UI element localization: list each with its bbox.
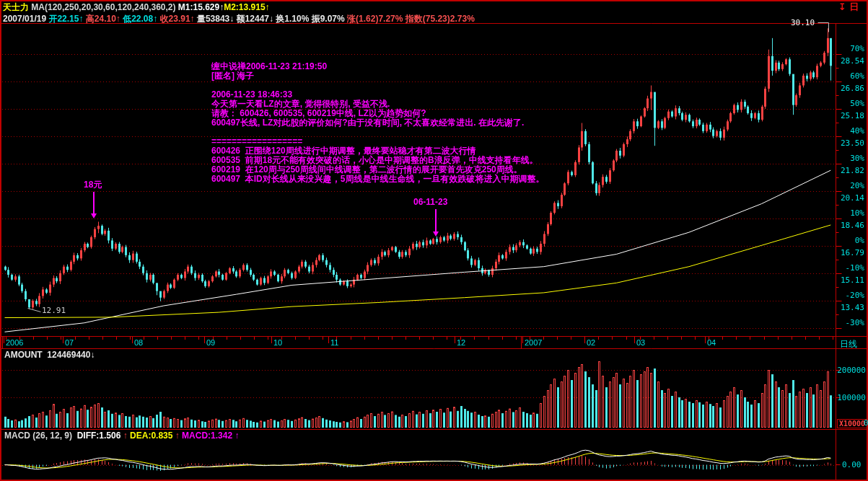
price-axis-pct-label: -30% [837, 318, 864, 327]
price-axis-price-label: 13.43 [836, 303, 864, 312]
price-axis-price-label: 15.11 [836, 275, 864, 285]
time-axis-month-label: 2007 [525, 338, 542, 347]
title-segment: M2:13.915 [224, 2, 265, 12]
stock-chart-window: { "window": { "title_segments": [ {"t": … [0, 0, 868, 481]
price-axis-price-label: 23.50 [836, 138, 864, 148]
price-axis-pct-label: 60% [837, 71, 864, 81]
callout-label: 18元 [84, 180, 102, 190]
time-axis-month-label: 12 [457, 338, 465, 347]
comment-line: 600497长线, LZ对此股的评价如何?由于没有时间, 不太喜欢经常进出. 在… [211, 118, 544, 128]
price-axis-price-label: 28.54 [836, 56, 864, 66]
volume-zero-label: 0 [864, 418, 868, 428]
period-label[interactable]: 日线 [840, 338, 857, 350]
price-axis-pct-label: 10% [837, 208, 864, 218]
price-axis-price-label: 16.79 [836, 248, 864, 257]
time-axis-month-label: 03 [636, 338, 645, 347]
quote-segment: 收23.91↑ [160, 14, 197, 24]
price-axis-pct-label: 30% [837, 154, 864, 163]
quote-segment: 2007/01/19 [3, 14, 48, 24]
quote-segment: 低22.08↑ [123, 14, 159, 24]
callout-label: 06-11-23 [413, 198, 447, 207]
scroll-down-icon[interactable]: ↧ [838, 1, 846, 12]
time-axis-month-label: 2006 [6, 338, 23, 347]
volume-axis-label: 100000 [836, 393, 866, 402]
quote-segment: 换1.10% [276, 14, 311, 24]
time-axis-month-label: 10 [273, 338, 282, 347]
price-axis-pct-label: -10% [837, 263, 864, 273]
time-axis-month-label: 11 [330, 338, 338, 347]
volume-header: AMOUNT 124469440↓ [4, 350, 95, 360]
time-axis-month-label: 02 [587, 338, 595, 347]
time-axis-month-label: 04 [707, 338, 716, 347]
macd-segment: MACD:1.342 [182, 431, 232, 441]
price-axis-price-label: 20.14 [836, 193, 864, 203]
title-segment: 天士力 [3, 2, 29, 12]
volume-down-arrow: ↓ [90, 350, 95, 360]
title-segment: MA(120,250,20,30,60,120,240,360,2) [29, 2, 178, 12]
comment-line: 缠中说禅2006-11-23 21:19:50 [211, 62, 544, 71]
time-axis-month-label: 07 [65, 338, 74, 347]
quote-segment: 指数(75.23)2.73% [405, 14, 475, 24]
price-axis-pct-label: 50% [837, 99, 864, 108]
quote-segment: 涨(1.62)7.27% [347, 14, 405, 24]
quote-segment: 额12447↓ [237, 14, 276, 24]
price-axis-pct-label: 40% [837, 126, 864, 136]
time-axis-month-label: 08 [134, 338, 143, 347]
macd-segment: DIFF:1.506 [77, 431, 121, 441]
macd-segment: DEA:0.835 [130, 431, 172, 441]
corner-toolbar: ↧ 日 [838, 0, 859, 14]
comment-line: 600497 本ID对长线从来没兴趣，5周线是中线生命线，一旦有效跌破将进入中期… [211, 175, 544, 184]
comment-line: [匿名] 海子 [211, 71, 544, 81]
quote-segment: 量53843↓ [197, 14, 237, 24]
macd-zero-label: 0.00 [842, 460, 862, 469]
price-axis-pct-label: -20% [837, 291, 864, 300]
calendar-day-icon[interactable]: 日 [849, 1, 859, 12]
volume-axis-label: 200000 [836, 366, 866, 375]
volume-header-value: 124469440 [47, 350, 90, 360]
macd-segment: ↑ [232, 431, 239, 441]
volume-unit-label: X10000 [837, 419, 867, 428]
volume-header-label: AMOUNT [4, 350, 43, 360]
forum-comment-annotation: 缠中说禅2006-11-23 21:19:50[匿名] 海子 2006-11-2… [211, 62, 544, 184]
macd-segment: MACD (26, 12, 9) [4, 431, 77, 441]
quote-info-bar: 2007/01/19 开22.15↑ 高24.10↑ 低22.08↑ 收23.9… [3, 13, 475, 25]
macd-header: MACD (26, 12, 9) DIFF:1.506 ↑ DEA:0.835 … [4, 431, 239, 441]
time-axis-month-label: 09 [206, 338, 215, 347]
price-axis-pct-label: 20% [837, 181, 864, 190]
title-bar: 天士力 MA(120,250,20,30,60,120,240,360,2) M… [3, 1, 270, 14]
price-axis-price-label: 21.82 [836, 166, 864, 175]
quote-segment: 高24.10↑ [86, 14, 123, 24]
quote-segment: 振9.07% [312, 14, 347, 24]
price-axis-price-label: 26.86 [836, 84, 864, 93]
quote-segment: 开22.15↑ [48, 14, 85, 24]
price-tag: 30.10 [791, 18, 815, 27]
macd-segment: ↑ [120, 431, 130, 441]
price-axis-price-label: 18.46 [836, 221, 864, 230]
price-tag: 12.91 [42, 306, 66, 315]
title-segment: ↑ [266, 2, 270, 12]
price-axis-pct-label: 70% [837, 44, 864, 53]
price-axis-price-label: 25.18 [836, 111, 864, 120]
price-axis-pct-label: 0% [837, 236, 864, 245]
macd-segment: ↑ [172, 431, 182, 441]
title-segment: M1:15.629 [178, 2, 219, 12]
